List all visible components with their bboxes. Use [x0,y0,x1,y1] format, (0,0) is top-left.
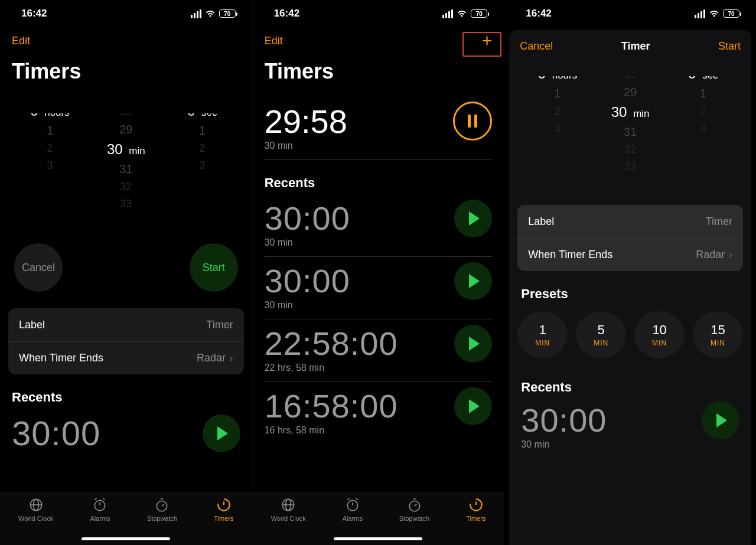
svg-line-8 [162,504,164,506]
status-time: 16:42 [274,8,299,19]
play-icon [469,399,480,413]
sheet-nav: Cancel Timer Start [509,30,751,58]
chevron-right-icon: › [728,248,732,262]
tab-alarms[interactable]: Alarms [90,497,110,522]
picker-col-min[interactable]: 27 28 29 30 min 31 32 33 [594,76,667,188]
svg-line-6 [103,498,105,500]
tab-timers[interactable]: Timers [214,497,233,522]
edit-button[interactable]: Edit [265,35,283,47]
battery-icon: 70 [471,9,487,18]
screen-1-timers-picker: 16:42 70 Edit Timers 0 hours 1 2 3 [0,0,252,545]
play-button[interactable] [454,325,492,363]
control-row: Cancel Start [0,243,252,292]
presets-row: 1MIN 5MIN 10MIN 15MIN [509,305,751,364]
ends-value: Radar [197,352,226,364]
cancel-button[interactable]: Cancel [520,40,553,53]
status-bar: 16:42 70 [0,0,252,27]
recent-row[interactable]: 30:00 [0,409,252,453]
play-button[interactable] [203,415,240,452]
picker-col-hours[interactable]: 0 hours 1 2 3 [12,113,88,231]
play-button[interactable] [454,200,492,237]
battery-level: 70 [224,11,230,17]
recent-row[interactable]: 30:00 [253,194,504,237]
wifi-icon [205,9,216,18]
duration-picker[interactable]: 0 hours 1 2 3 27 28 29 30 min 31 32 33 [12,113,240,231]
screen-3-new-timer-sheet: 16:42 70 Cancel Timer Start 0 hours [504,0,756,545]
recent-row[interactable]: 16:58:00 [253,382,504,425]
annotation-highlight [462,32,501,57]
settings-group: Label Timer When Timer Ends Radar› [8,308,244,374]
label-row[interactable]: Label Timer [517,205,743,238]
tab-alarms[interactable]: Alarms [343,497,363,522]
tab-bar: World Clock Alarms Stopwatch Timers [253,492,504,545]
home-indicator[interactable] [82,537,170,540]
tab-stopwatch[interactable]: Stopwatch [147,497,177,522]
recent-sub: 22 hrs, 58 min [253,363,504,379]
preset-button[interactable]: 10MIN [634,311,685,358]
ends-key: When Timer Ends [528,249,612,261]
battery-level: 70 [476,11,483,17]
recent-row[interactable]: 30:00 [253,257,504,300]
label-row[interactable]: Label Timer [8,308,244,341]
modal-sheet: Cancel Timer Start 0 hours 1 2 3 [509,30,751,545]
play-icon [217,426,228,440]
status-bar: 16:42 70 [253,0,504,27]
alarm-icon [92,497,107,513]
play-icon [716,413,727,427]
preset-button[interactable]: 1MIN [517,311,568,358]
tab-bar: World Clock Alarms Stopwatch Timers [0,492,252,545]
play-button[interactable] [454,262,492,300]
wifi-icon [709,9,719,18]
svg-line-17 [347,498,349,500]
tab-stopwatch[interactable]: Stopwatch [399,497,429,522]
when-ends-row[interactable]: When Timer Ends Radar› [517,238,743,271]
pause-button[interactable] [453,102,492,141]
timer-icon [216,497,232,513]
status-bar: 16:42 70 [504,0,756,27]
recent-time: 30:00 [12,413,100,453]
svg-line-18 [356,498,357,500]
picker-col-hours[interactable]: 0 hours 1 2 3 [521,76,594,188]
recent-row[interactable]: 22:58:00 [253,319,504,363]
label-key: Label [19,319,45,331]
globe-icon [28,497,44,513]
cancel-button[interactable]: Cancel [14,243,63,292]
stopwatch-icon [154,497,170,513]
running-time: 29:58 [265,102,347,141]
home-indicator[interactable] [334,537,422,540]
tab-world-clock[interactable]: World Clock [18,497,53,522]
cellular-icon [442,9,453,18]
recent-row[interactable]: 30:00 [509,399,751,439]
preset-button[interactable]: 5MIN [576,311,626,358]
picker-col-sec[interactable]: 0 sec 1 2 3 [164,113,240,231]
tab-timers[interactable]: Timers [466,497,485,522]
tab-world-clock[interactable]: World Clock [271,497,306,522]
running-timer-row[interactable]: 29:58 [253,90,504,141]
recent-time: 30:00 [265,262,350,300]
wifi-icon [457,9,467,18]
globe-icon [281,497,296,513]
play-icon [469,274,480,288]
duration-picker[interactable]: 0 hours 1 2 3 27 28 29 30 min 31 32 33 [521,76,739,188]
when-ends-row[interactable]: When Timer Ends Radar› [8,341,244,374]
picker-col-sec[interactable]: 0 sec 1 2 3 [667,76,739,188]
recent-time: 16:58:00 [265,387,398,425]
play-button[interactable] [702,402,739,439]
recents-header: Recents [0,374,252,409]
recents-header: Recents [253,160,504,194]
recent-sub: 30 min [509,439,751,456]
timer-icon [468,497,484,513]
svg-line-5 [95,498,97,500]
running-sub: 30 min [253,141,504,157]
label-value: Timer [206,319,233,331]
preset-button[interactable]: 15MIN [693,311,743,358]
start-button[interactable]: Start [718,40,741,53]
play-button[interactable] [454,387,492,425]
play-icon [469,211,480,226]
status-time: 16:42 [526,8,551,19]
picker-col-min[interactable]: 27 28 29 30 min 31 32 33 [88,113,164,231]
nav-bar: Edit [0,27,252,51]
edit-button[interactable]: Edit [12,35,30,47]
battery-icon: 70 [219,9,236,18]
start-button[interactable]: Start [190,243,238,292]
